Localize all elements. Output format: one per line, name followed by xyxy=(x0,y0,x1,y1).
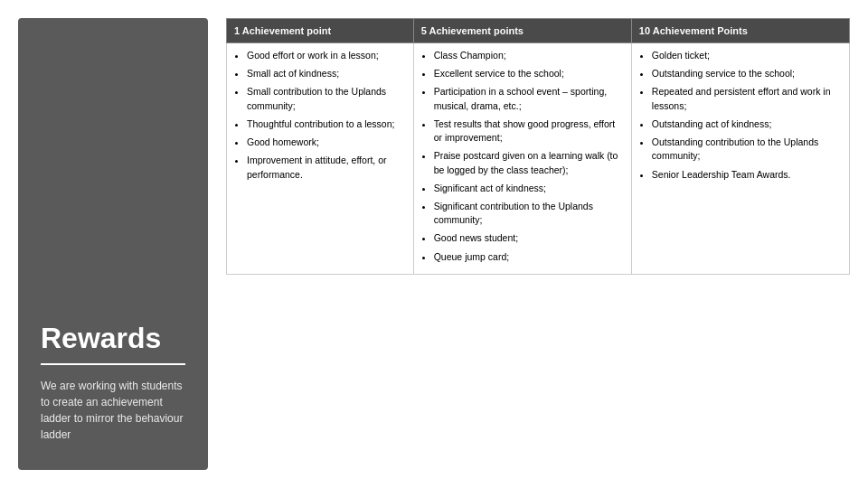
list-item: Good news student; xyxy=(434,231,624,245)
list-item: Queue jump card; xyxy=(434,250,624,264)
list-item: Good effort or work in a lesson; xyxy=(247,49,406,62)
list-item: Good homework; xyxy=(247,136,406,149)
left-panel: Rewards We are working with students to … xyxy=(18,18,208,470)
slide: Rewards We are working with students to … xyxy=(0,0,868,488)
list-item: Test results that show good progress, ef… xyxy=(434,117,624,145)
right-panel: 1 Achievement point 5 Achievement points… xyxy=(226,18,850,470)
col-header-2: 5 Achievement points xyxy=(413,19,631,43)
col-header-1: 1 Achievement point xyxy=(227,19,414,43)
list-item: Outstanding contribution to the Uplands … xyxy=(652,136,842,163)
achievement-table: 1 Achievement point 5 Achievement points… xyxy=(226,18,850,275)
list-item: Golden ticket; xyxy=(652,49,842,62)
col3-list: Golden ticket;Outstanding service to the… xyxy=(639,49,842,182)
list-item: Praise postcard given on a learning walk… xyxy=(434,149,624,176)
list-item: Thoughtful contribution to a lesson; xyxy=(247,117,406,131)
list-item: Participation in a school event – sporti… xyxy=(434,85,624,112)
list-item: Significant act of kindness; xyxy=(434,182,624,195)
list-item: Class Champion; xyxy=(434,49,624,62)
col1-content: Good effort or work in a lesson;Small ac… xyxy=(227,43,414,275)
list-item: Repeated and persistent effort and work … xyxy=(652,85,842,112)
list-item: Improvement in attitude, effort, or perf… xyxy=(247,154,406,181)
list-item: Small act of kindness; xyxy=(247,67,406,80)
col1-list: Good effort or work in a lesson;Small ac… xyxy=(234,49,406,182)
col2-list: Class Champion;Excellent service to the … xyxy=(421,49,624,264)
col-header-3: 10 Achievement Points xyxy=(631,19,849,43)
list-item: Outstanding act of kindness; xyxy=(652,117,842,131)
list-item: Senior Leadership Team Awards. xyxy=(652,168,842,182)
list-item: Outstanding service to the school; xyxy=(652,67,842,80)
list-item: Excellent service to the school; xyxy=(434,67,624,80)
slide-body: We are working with students to create a… xyxy=(41,378,185,443)
slide-title: Rewards xyxy=(41,323,185,354)
col3-content: Golden ticket;Outstanding service to the… xyxy=(631,43,849,275)
list-item: Small contribution to the Uplands commun… xyxy=(247,85,406,112)
col2-content: Class Champion;Excellent service to the … xyxy=(413,43,631,275)
divider xyxy=(41,363,185,365)
list-item: Significant contribution to the Uplands … xyxy=(434,200,624,227)
